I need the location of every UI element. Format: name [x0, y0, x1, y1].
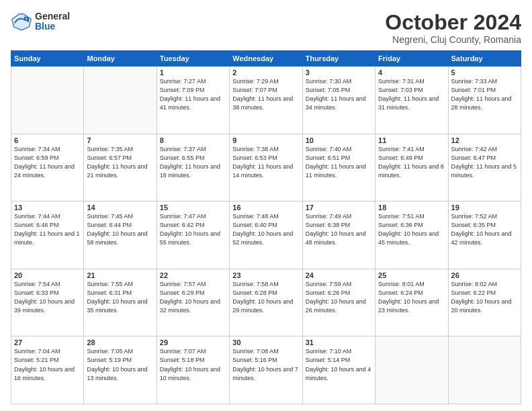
day-info: Sunrise: 7:10 AM Sunset: 5:14 PM Dayligh…: [306, 347, 372, 382]
calendar-cell: 5Sunrise: 7:33 AM Sunset: 7:01 PM Daylig…: [448, 66, 521, 134]
calendar-cell: 28Sunrise: 7:05 AM Sunset: 5:19 PM Dayli…: [84, 336, 157, 404]
day-info: Sunrise: 7:34 AM Sunset: 6:59 PM Dayligh…: [14, 145, 81, 180]
calendar-cell: 27Sunrise: 7:04 AM Sunset: 5:21 PM Dayli…: [11, 336, 84, 404]
location: Negreni, Cluj County, Romania: [385, 34, 521, 45]
calendar-cell: 17Sunrise: 7:49 AM Sunset: 6:38 PM Dayli…: [302, 201, 375, 269]
day-info: Sunrise: 7:33 AM Sunset: 7:01 PM Dayligh…: [451, 77, 518, 112]
day-number: 1: [160, 68, 226, 77]
day-number: 13: [14, 203, 81, 212]
col-monday: Monday: [84, 51, 157, 66]
day-number: 22: [160, 271, 226, 279]
calendar-cell: 13Sunrise: 7:44 AM Sunset: 6:46 PM Dayli…: [11, 201, 84, 269]
day-number: 8: [160, 136, 226, 144]
col-wednesday: Wednesday: [230, 51, 302, 66]
calendar-cell: 6Sunrise: 7:34 AM Sunset: 6:59 PM Daylig…: [11, 134, 84, 201]
calendar-cell: 24Sunrise: 7:59 AM Sunset: 6:26 PM Dayli…: [302, 269, 375, 336]
calendar-week-row: 20Sunrise: 7:54 AM Sunset: 6:33 PM Dayli…: [11, 269, 521, 336]
calendar-header-row: Sunday Monday Tuesday Wednesday Thursday…: [11, 51, 521, 66]
day-info: Sunrise: 7:30 AM Sunset: 7:05 PM Dayligh…: [306, 77, 372, 112]
day-info: Sunrise: 7:37 AM Sunset: 6:55 PM Dayligh…: [160, 145, 226, 180]
day-info: Sunrise: 7:29 AM Sunset: 7:07 PM Dayligh…: [232, 77, 299, 112]
calendar-cell: 30Sunrise: 7:08 AM Sunset: 5:16 PM Dayli…: [230, 336, 302, 404]
day-info: Sunrise: 7:35 AM Sunset: 6:57 PM Dayligh…: [87, 145, 153, 180]
header: General Blue October 2024 Negreni, Cluj …: [11, 11, 521, 45]
day-number: 12: [451, 136, 518, 144]
day-info: Sunrise: 7:07 AM Sunset: 5:18 PM Dayligh…: [160, 347, 226, 382]
calendar-cell: 20Sunrise: 7:54 AM Sunset: 6:33 PM Dayli…: [11, 269, 84, 336]
calendar-week-row: 1Sunrise: 7:27 AM Sunset: 7:09 PM Daylig…: [11, 66, 521, 134]
calendar-cell: 10Sunrise: 7:40 AM Sunset: 6:51 PM Dayli…: [302, 134, 375, 201]
day-number: 19: [451, 203, 518, 212]
day-number: 9: [232, 136, 299, 144]
day-number: 31: [306, 338, 372, 347]
col-thursday: Thursday: [302, 51, 375, 66]
day-number: 6: [14, 136, 81, 144]
col-friday: Friday: [375, 51, 448, 66]
day-number: 24: [306, 271, 372, 279]
day-number: 20: [14, 271, 81, 279]
day-info: Sunrise: 7:04 AM Sunset: 5:21 PM Dayligh…: [14, 347, 81, 382]
day-info: Sunrise: 7:48 AM Sunset: 6:40 PM Dayligh…: [232, 212, 299, 247]
day-number: 30: [232, 338, 299, 347]
logo-general-text: General: [35, 11, 70, 21]
calendar-week-row: 6Sunrise: 7:34 AM Sunset: 6:59 PM Daylig…: [11, 134, 521, 201]
day-number: 15: [160, 203, 226, 212]
calendar-cell: 9Sunrise: 7:38 AM Sunset: 6:53 PM Daylig…: [230, 134, 302, 201]
day-number: 23: [232, 271, 299, 279]
calendar-cell: 22Sunrise: 7:57 AM Sunset: 6:29 PM Dayli…: [157, 269, 229, 336]
col-saturday: Saturday: [448, 51, 521, 66]
day-number: 29: [160, 338, 226, 347]
calendar-cell: 4Sunrise: 7:31 AM Sunset: 7:03 PM Daylig…: [375, 66, 448, 134]
calendar-cell: 23Sunrise: 7:58 AM Sunset: 6:28 PM Dayli…: [230, 269, 302, 336]
calendar-cell: 1Sunrise: 7:27 AM Sunset: 7:09 PM Daylig…: [157, 66, 229, 134]
day-info: Sunrise: 7:41 AM Sunset: 6:49 PM Dayligh…: [378, 145, 445, 180]
day-number: 14: [87, 203, 153, 212]
calendar-cell: 2Sunrise: 7:29 AM Sunset: 7:07 PM Daylig…: [230, 66, 302, 134]
day-info: Sunrise: 7:45 AM Sunset: 6:44 PM Dayligh…: [87, 212, 153, 247]
calendar-cell: 12Sunrise: 7:42 AM Sunset: 6:47 PM Dayli…: [448, 134, 521, 201]
logo: General Blue: [11, 11, 70, 32]
calendar-week-row: 27Sunrise: 7:04 AM Sunset: 5:21 PM Dayli…: [11, 336, 521, 404]
day-number: 16: [232, 203, 299, 212]
day-info: Sunrise: 7:40 AM Sunset: 6:51 PM Dayligh…: [306, 145, 372, 180]
calendar-cell: [375, 336, 448, 404]
day-info: Sunrise: 7:58 AM Sunset: 6:28 PM Dayligh…: [232, 280, 299, 315]
calendar-cell: [84, 66, 157, 134]
day-number: 28: [87, 338, 153, 347]
day-info: Sunrise: 7:59 AM Sunset: 6:26 PM Dayligh…: [306, 280, 372, 315]
day-info: Sunrise: 7:27 AM Sunset: 7:09 PM Dayligh…: [160, 77, 226, 112]
calendar-cell: 29Sunrise: 7:07 AM Sunset: 5:18 PM Dayli…: [157, 336, 229, 404]
calendar-cell: 15Sunrise: 7:47 AM Sunset: 6:42 PM Dayli…: [157, 201, 229, 269]
day-number: 26: [451, 271, 518, 279]
day-info: Sunrise: 7:08 AM Sunset: 5:16 PM Dayligh…: [232, 347, 299, 382]
logo-icon: [11, 11, 32, 32]
day-number: 2: [232, 68, 299, 77]
day-info: Sunrise: 7:05 AM Sunset: 5:19 PM Dayligh…: [87, 347, 153, 382]
day-number: 11: [378, 136, 445, 144]
day-info: Sunrise: 7:31 AM Sunset: 7:03 PM Dayligh…: [378, 77, 445, 112]
col-sunday: Sunday: [11, 51, 84, 66]
day-number: 17: [306, 203, 372, 212]
day-number: 25: [378, 271, 445, 279]
col-tuesday: Tuesday: [157, 51, 229, 66]
logo-text: General Blue: [35, 11, 70, 32]
calendar-cell: 8Sunrise: 7:37 AM Sunset: 6:55 PM Daylig…: [157, 134, 229, 201]
day-info: Sunrise: 7:51 AM Sunset: 6:36 PM Dayligh…: [378, 212, 445, 247]
day-number: 4: [378, 68, 445, 77]
calendar-week-row: 13Sunrise: 7:44 AM Sunset: 6:46 PM Dayli…: [11, 201, 521, 269]
day-number: 18: [378, 203, 445, 212]
calendar-cell: [448, 336, 521, 404]
day-info: Sunrise: 7:44 AM Sunset: 6:46 PM Dayligh…: [14, 212, 81, 247]
calendar-cell: 16Sunrise: 7:48 AM Sunset: 6:40 PM Dayli…: [230, 201, 302, 269]
day-info: Sunrise: 7:57 AM Sunset: 6:29 PM Dayligh…: [160, 280, 226, 315]
calendar-cell: 18Sunrise: 7:51 AM Sunset: 6:36 PM Dayli…: [375, 201, 448, 269]
day-number: 21: [87, 271, 153, 279]
month-title: October 2024: [385, 11, 521, 34]
calendar-cell: 3Sunrise: 7:30 AM Sunset: 7:05 PM Daylig…: [302, 66, 375, 134]
calendar-table: Sunday Monday Tuesday Wednesday Thursday…: [11, 50, 521, 404]
calendar-cell: 7Sunrise: 7:35 AM Sunset: 6:57 PM Daylig…: [84, 134, 157, 201]
day-info: Sunrise: 7:49 AM Sunset: 6:38 PM Dayligh…: [306, 212, 372, 247]
day-info: Sunrise: 7:55 AM Sunset: 6:31 PM Dayligh…: [87, 280, 153, 315]
day-number: 3: [306, 68, 372, 77]
calendar-cell: 25Sunrise: 8:01 AM Sunset: 6:24 PM Dayli…: [375, 269, 448, 336]
